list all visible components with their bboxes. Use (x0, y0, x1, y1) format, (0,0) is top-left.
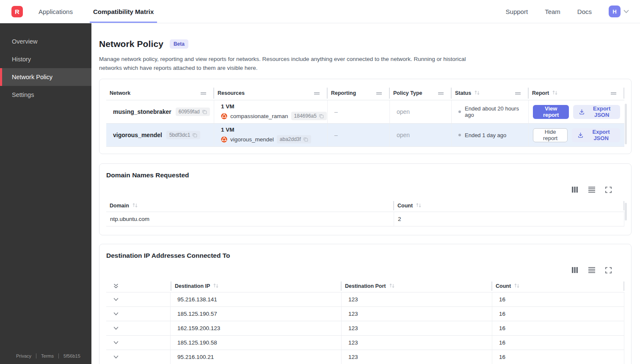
nav-link-docs[interactable]: Docs (577, 8, 592, 15)
policy-type-cell: open (390, 100, 452, 123)
list-view-icon[interactable] (588, 186, 596, 193)
column-header-count[interactable]: Count (492, 281, 624, 291)
page-title: Network Policy (99, 39, 163, 49)
ip-row: 162.159.200.123 123 16 (106, 321, 624, 336)
footer-divider (58, 353, 59, 358)
expand-all-icon[interactable] (113, 283, 119, 289)
copy-icon[interactable] (303, 137, 308, 142)
column-resize-icon[interactable] (515, 89, 521, 97)
column-header-resources: Resources (214, 88, 328, 99)
column-header-status[interactable]: Status (452, 88, 529, 99)
privacy-link[interactable]: Privacy (16, 353, 31, 358)
tab-applications[interactable]: Applications (39, 0, 73, 23)
sidebar-item-overview[interactable]: Overview (0, 33, 91, 50)
count-cell: 2 (394, 212, 624, 226)
domains-card-title: Domain Names Requested (106, 171, 624, 179)
view-report-button[interactable]: View report (533, 105, 569, 119)
column-resize-icon[interactable] (610, 89, 617, 97)
ubuntu-icon (221, 113, 227, 119)
domain-row: ntp.ubuntu.com 2 (106, 212, 624, 226)
columns-view-icon[interactable] (571, 186, 578, 193)
chevron-down-icon[interactable] (623, 10, 629, 14)
terms-link[interactable]: Terms (41, 353, 54, 358)
sort-icon[interactable] (213, 282, 219, 290)
sidebar-item-history[interactable]: History (0, 50, 91, 68)
column-resize-icon[interactable] (438, 89, 444, 97)
ip-row: 95.216.138.141 123 16 (106, 292, 624, 307)
expand-row-cell[interactable] (106, 292, 171, 306)
count-cell: 16 (492, 350, 624, 364)
scrollbar-thumb[interactable] (625, 203, 627, 221)
chevron-down-icon[interactable] (113, 355, 119, 359)
expand-all-header[interactable] (106, 281, 171, 291)
column-header-report[interactable]: Report (529, 88, 624, 99)
column-resize-icon[interactable] (314, 89, 320, 97)
export-json-button[interactable]: Export JSON (573, 105, 620, 119)
copy-icon[interactable] (319, 113, 324, 119)
download-icon (577, 132, 584, 138)
user-menu[interactable]: H (609, 6, 629, 17)
networks-table-card: Network Resources Reporting Policy Type (99, 79, 632, 154)
column-header-network: Network (106, 88, 214, 99)
scrollbar-thumb[interactable] (625, 104, 627, 144)
ip-cell: 185.125.190.58 (171, 336, 342, 350)
sort-icon[interactable] (416, 202, 422, 210)
expand-row-cell[interactable] (106, 307, 171, 321)
resources-cell: 1 VM vigorous_mendel aba2dd3f (214, 124, 328, 146)
expand-row-cell[interactable] (106, 350, 171, 364)
resource-id-badge: 184696a5 (291, 112, 327, 120)
report-cell: View report Export JSON (529, 100, 624, 123)
count-cell: 16 (492, 307, 624, 321)
chevron-down-icon[interactable] (113, 298, 119, 302)
list-view-icon[interactable] (588, 267, 596, 273)
sidebar-footer: Privacy Terms 5f56b15 (0, 353, 91, 364)
main-content: Network Policy Beta Manage network polic… (91, 23, 640, 364)
columns-view-icon[interactable] (571, 267, 578, 273)
domains-card: Domain Names Requested Domain Count (99, 163, 632, 235)
tab-compatibility-matrix[interactable]: Compatibility Matrix (93, 0, 154, 23)
column-header-destination-ip[interactable]: Destination IP (171, 281, 342, 291)
nav-link-support[interactable]: Support (506, 8, 528, 15)
column-header-policy-type: Policy Type (390, 88, 452, 99)
sort-icon[interactable] (389, 282, 395, 290)
port-cell: 123 (342, 336, 492, 350)
fullscreen-icon[interactable] (605, 267, 612, 273)
export-json-button[interactable]: Export JSON (572, 128, 620, 142)
column-header-domain[interactable]: Domain (106, 201, 394, 210)
copy-icon[interactable] (202, 109, 207, 114)
sort-icon[interactable] (132, 202, 138, 210)
sidebar-item-settings[interactable]: Settings (0, 86, 91, 104)
fullscreen-icon[interactable] (605, 187, 612, 193)
sidebar-item-network-policy[interactable]: Network Policy (0, 68, 91, 86)
destination-ips-card: Destination IP Addresses Connected To De… (99, 244, 632, 364)
copy-icon[interactable] (192, 132, 197, 138)
hide-report-button[interactable]: Hide report (533, 128, 568, 142)
ips-table-header: Destination IP Destination Port Count (106, 280, 624, 292)
port-cell: 123 (342, 292, 492, 306)
avatar[interactable]: H (609, 6, 621, 17)
sort-icon[interactable] (474, 89, 480, 97)
count-cell: 16 (492, 321, 624, 335)
status-cell: Ended about 20 hours ago (452, 100, 529, 123)
app-logo[interactable]: R (11, 6, 23, 17)
beta-badge: Beta (170, 39, 188, 49)
chevron-down-icon[interactable] (113, 341, 119, 345)
column-resize-icon[interactable] (376, 89, 382, 97)
sort-icon[interactable] (552, 89, 558, 97)
ip-cell: 185.125.190.57 (171, 307, 342, 321)
column-header-count[interactable]: Count (394, 201, 624, 210)
nav-link-team[interactable]: Team (545, 8, 560, 15)
ubuntu-icon (221, 136, 227, 143)
network-name-cell: musing_stonebraker 60959fad (106, 100, 214, 123)
resources-cell: 1 VM compassionate_raman 184696a5 (214, 100, 328, 123)
expand-row-cell[interactable] (106, 321, 171, 335)
expand-row-cell[interactable] (106, 336, 171, 350)
column-header-destination-port[interactable]: Destination Port (342, 281, 492, 291)
chevron-down-icon[interactable] (113, 326, 119, 331)
column-resize-icon[interactable] (200, 89, 207, 97)
chevron-down-icon[interactable] (113, 312, 119, 316)
download-icon (579, 109, 585, 115)
sort-icon[interactable] (514, 282, 520, 290)
table-toolbar (106, 186, 624, 193)
report-cell: Hide report Export JSON (529, 124, 624, 146)
